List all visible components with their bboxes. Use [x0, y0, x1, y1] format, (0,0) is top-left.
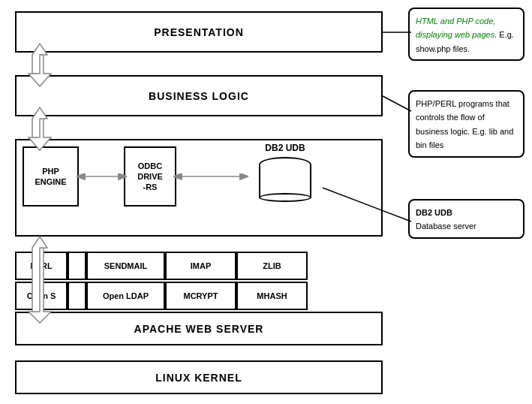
odbc-text: ODBCDRIVE-RS: [137, 161, 163, 193]
odbc-box: ODBCDRIVE-RS: [124, 146, 176, 207]
comp-opens: Open S: [15, 282, 68, 310]
business-logic-label: BUSINESS LOGIC: [149, 90, 249, 102]
presentation-label: PRESENTATION: [154, 26, 244, 38]
callout-php-perl: PHP/PERL programs that controls the flow…: [408, 90, 524, 158]
presentation-layer: PRESENTATION: [15, 11, 383, 53]
comp-mcrypt: MCRYPT: [165, 282, 236, 310]
comp-right2: [308, 282, 383, 310]
comp-right1: [308, 252, 383, 280]
comp-mhash: MHASH: [236, 282, 308, 310]
callout-html-php-text: HTML and PHP code, displaying web pages.…: [416, 17, 514, 53]
callout-db2-text: DB2 UDBDatabase server: [416, 208, 476, 231]
php-engine-box: PHPENGINE: [23, 146, 79, 207]
comp-perl: PERL: [15, 252, 68, 280]
svg-line-1: [383, 96, 411, 111]
comp-openldap: Open LDAP: [86, 282, 165, 310]
db2-container: DB2 UDB: [248, 143, 323, 225]
callout-html-php: HTML and PHP code, displaying web pages.…: [408, 8, 524, 61]
component-row-2: Open S Open LDAP MCRYPT MHASH: [15, 282, 383, 310]
component-row-1: PERL SENDMAIL IMAP ZLIB: [15, 252, 383, 280]
comp-gap2: [68, 282, 86, 310]
linux-layer: LINUX KERNEL: [15, 360, 383, 394]
comp-sendmail: SENDMAIL: [86, 252, 165, 280]
apache-label: APACHE WEB SERVER: [134, 323, 264, 335]
comp-zlib: ZLIB: [236, 252, 308, 280]
comp-imap: IMAP: [165, 252, 236, 280]
business-logic-layer: BUSINESS LOGIC: [15, 75, 383, 116]
db2-label: DB2 UDB: [265, 143, 305, 153]
callout-db2: DB2 UDBDatabase server: [408, 199, 524, 239]
db2-cylinder: [259, 157, 311, 202]
php-engine-text: PHPENGINE: [35, 166, 66, 188]
diagram-container: PRESENTATION BUSINESS LOGIC PHPENGINE OD…: [0, 0, 532, 404]
cylinder-bottom: [259, 193, 311, 202]
callout-php-perl-text: PHP/PERL programs that controls the flow…: [416, 99, 513, 149]
linux-label: LINUX KERNEL: [155, 372, 242, 384]
comp-gap1: [68, 252, 86, 280]
apache-layer: APACHE WEB SERVER: [15, 312, 383, 345]
